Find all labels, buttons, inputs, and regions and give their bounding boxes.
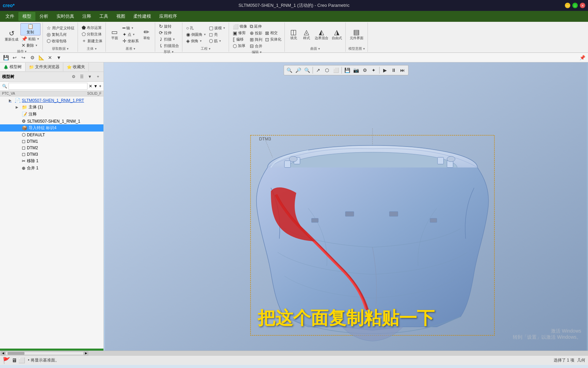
btn-extend[interactable]: ⧉ 延伸 [249,23,263,30]
search-dropdown[interactable]: ▼ [94,84,98,89]
tree-item-remove1[interactable]: ✂ 移除 1 [0,157,103,165]
scroll-left-arrow[interactable]: ◀ [1,351,5,356]
viewport[interactable]: 🔍 🔎 🔍 ↗ ⬡ ⬜ 💾 📷 ⚙ ✦ ▶ ⏸ ⏭ [104,62,588,351]
btn-boolean[interactable]: ⬟ 布尔运算 [81,25,103,31]
search-add[interactable]: + [99,84,101,89]
qa-save[interactable]: 💾 [2,54,10,61]
btn-offset[interactable]: ⟦ 偏移 [232,36,248,43]
scroll-right-arrow[interactable]: ▶ [84,351,88,356]
btn-delete[interactable]: ✕ 删除 ▼ [20,42,40,48]
tree-item-body[interactable]: ▶ 📁 主体 (1) [0,104,103,111]
btn-sketch[interactable]: ✏ 草绘 [141,28,153,41]
btn-blend[interactable]: ⤹ 扫描混合 [158,43,180,49]
vp-zoom-fit[interactable]: 🔍 [285,66,293,74]
btn-merge[interactable]: ⊟ 合并 [249,43,263,49]
menu-realtime-sim[interactable]: 实时仿真 [52,12,78,21]
btn-draft[interactable]: ▢ 拔模 ▼ [208,25,227,31]
vp-pause[interactable]: ⏸ [390,66,398,74]
btn-trim[interactable]: ▣ 修剪 [232,30,248,36]
btn-point[interactable]: ✦ 点 ▼ [121,31,140,37]
tree-add-btn[interactable]: + [95,73,101,80]
qa-pin[interactable]: 📌 [578,54,586,61]
expand-body-icon[interactable]: ▶ [16,105,20,109]
btn-hole[interactable]: ○ 孔 [185,25,207,31]
qa-settings[interactable]: ⚙ [29,54,36,61]
tree-dropdown-btn[interactable]: ▼ [86,73,93,80]
btn-regenerate[interactable]: ↺ 重新生成 [3,29,20,43]
btn-chamfer[interactable]: ◈ 倒角 ▼ [185,38,207,44]
vp-next[interactable]: ⏭ [398,66,407,74]
menu-model[interactable]: 模型 [18,12,35,21]
btn-shell[interactable]: ◻ 壳 [208,31,227,37]
btn-extrude[interactable]: ⟳ 拉伸 [158,30,180,36]
hscroll-thumb[interactable] [7,352,24,355]
btn-shrink-wrap[interactable]: ⬡ 收缩包络 [46,38,76,44]
search-clear[interactable]: ✕ [89,84,92,89]
btn-coord-sys[interactable]: ✛ 坐标系 [121,38,140,44]
status-flag[interactable]: 🚩 [3,357,10,364]
status-box[interactable]: ⬜ [18,357,25,364]
tree-item-sltm[interactable]: ⚙ SLTM0507-SHEN_1_RNM_1 [0,118,103,124]
btn-split-body[interactable]: ⬠ 分割主体 [81,31,103,37]
vp-display[interactable]: ✦ [370,66,378,74]
tree-search-input[interactable] [9,83,87,90]
btn-plane[interactable]: ▭ 平面 [109,28,121,41]
btn-rib[interactable]: ⬡ 筋 ▼ [208,38,227,44]
paste-dropdown[interactable]: ▼ [37,37,39,41]
delete-dropdown[interactable]: ▼ [35,44,38,47]
btn-thicken[interactable]: ⬡ 加厚 [232,43,248,49]
menu-analysis[interactable]: 分析 [35,12,52,21]
horizontal-scrollbar[interactable]: ◀ ▶ [0,351,588,355]
btn-sweep[interactable]: ⤸ 扫描 ▼ [158,36,180,42]
vp-refit[interactable]: ⬡ [323,66,331,74]
maximize-button[interactable]: □ [572,3,578,8]
tree-item-import-feature[interactable]: 📦 导入特征 标识4 [0,124,103,132]
vp-zoom-out[interactable]: 🔍 [303,66,311,74]
btn-mirror[interactable]: ⬜ 镜像 [232,24,248,30]
tree-item-file[interactable]: ▶ 📄 SLTM0507-SHEN_1_RNM_1.PRT [0,97,103,104]
qa-close[interactable]: ✕ [46,54,54,61]
tab-folder-browser[interactable]: 📁 文件夹浏览器 [26,63,63,71]
qa-measure[interactable]: 📐 [37,54,45,61]
expand-icon[interactable]: ▶ [9,98,14,102]
btn-project[interactable]: ⊕ 投影 [249,30,263,36]
tab-favorites[interactable]: ⭐ 收藏夹 [63,63,89,71]
btn-axis[interactable]: ━ 轴 ▼ [121,25,140,31]
tree-item-merge1[interactable]: ⊕ 合并 1 [0,165,103,172]
close-button[interactable]: ✕ [580,3,585,8]
menu-flexible-modeling[interactable]: 柔性建模 [129,12,155,21]
btn-revolve[interactable]: ↻ 旋转 [158,23,180,29]
menu-view[interactable]: 视图 [112,12,129,21]
btn-paste[interactable]: 📌 粘贴 ▼ [20,36,40,42]
status-monitor[interactable]: 🖥 [12,357,17,364]
vp-save-image[interactable]: 💾 [343,66,351,74]
menu-annotation[interactable]: 注释 [78,12,95,21]
vp-zoom-in[interactable]: 🔎 [294,66,302,74]
menu-file[interactable]: 文件 [1,12,18,21]
vp-orient[interactable]: ↗ [314,66,322,74]
vp-play[interactable]: ▶ [381,66,389,74]
tree-item-default[interactable]: ⬡ DEFAULT [0,132,103,138]
btn-pattern[interactable]: ⊞ 阵列 [249,36,263,43]
btn-copy[interactable]: 📋 复制 [20,23,40,35]
qa-redo[interactable]: ↪ [20,54,27,61]
btn-fill[interactable]: ◫ 填充 [288,28,300,41]
tree-settings-btn[interactable]: ⚙ [70,73,77,80]
vp-camera[interactable]: 📷 [352,66,360,74]
btn-new-body[interactable]: ＋ 新建主体 [81,37,103,44]
tree-item-dtm1[interactable]: ◻ DTM1 [0,138,103,144]
btn-solidify[interactable]: ⊡ 实体化 [264,36,282,43]
btn-user-feature[interactable]: ☆ 用户定义特征 [46,25,76,31]
vp-save-view[interactable]: ⬜ [332,66,340,74]
tree-item-dtm2[interactable]: ◻ DTM2 [0,144,103,151]
btn-style[interactable]: ◬ 样式 [300,28,313,41]
qa-undo[interactable]: ↩ [11,54,18,61]
btn-round[interactable]: ◉ 倒圆角 ▼ [185,31,207,37]
btn-boundary-blend[interactable]: ◭ 边界混合 [313,28,330,41]
qa-more[interactable]: ▼ [55,54,63,61]
btn-copy-geo[interactable]: ◎ 复制几何 [46,31,76,37]
btn-freeform[interactable]: ◮ 自由式 [330,28,343,41]
menu-applications[interactable]: 应用程序 [155,12,181,21]
minimize-button[interactable]: — [565,3,570,8]
tree-item-dtm3[interactable]: ◻ DTM3 [0,151,103,157]
